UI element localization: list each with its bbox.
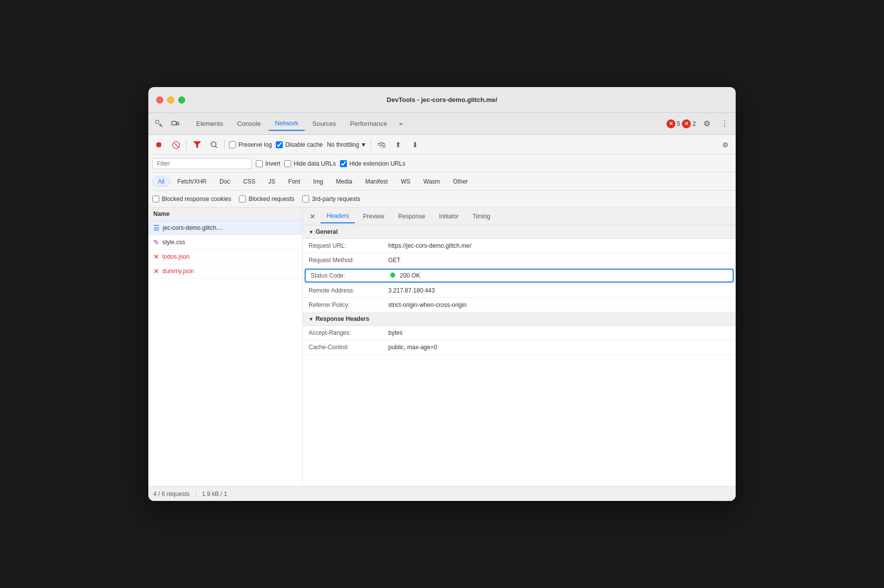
more-options-button[interactable]: ⋮ xyxy=(718,117,732,131)
svg-rect-1 xyxy=(172,121,176,125)
file-item-2[interactable]: ✎ style.css xyxy=(148,235,302,250)
type-filter-all[interactable]: All xyxy=(152,177,170,187)
type-filter-fetch-xhr[interactable]: Fetch/XHR xyxy=(172,177,212,187)
detail-tab-response[interactable]: Response xyxy=(392,210,431,223)
third-party-label[interactable]: 3rd-party requests xyxy=(302,196,360,202)
accept-ranges-value: bytes xyxy=(388,329,403,336)
blocked-requests-label[interactable]: Blocked requests xyxy=(239,196,294,202)
error-icon-3: ✕ xyxy=(153,253,159,261)
wifi-settings-button[interactable] xyxy=(375,138,388,151)
type-filter-img[interactable]: Img xyxy=(308,177,329,187)
file-item-1[interactable]: ☰ jec-cors-demo.glitch.... xyxy=(148,221,302,235)
detail-tabs: ✕ Headers Preview Response Initiator Tim… xyxy=(303,207,736,225)
error-count-1: 5 xyxy=(677,120,680,127)
status-dot xyxy=(390,273,395,278)
type-filter-media[interactable]: Media xyxy=(331,177,358,187)
hide-extension-urls-checkbox[interactable] xyxy=(340,160,347,167)
svg-point-3 xyxy=(211,142,216,147)
filter-input[interactable] xyxy=(152,158,252,169)
title-bar: DevTools - jec-cors-demo.glitch.me/ xyxy=(148,87,736,113)
status-bar: 4 / 6 requests 1.9 kB / 1 xyxy=(148,486,736,501)
file-list: Name ☰ jec-cors-demo.glitch.... ✎ style.… xyxy=(148,207,303,486)
network-settings-button[interactable]: ⚙ xyxy=(719,138,732,151)
detail-panel: ✕ Headers Preview Response Initiator Tim… xyxy=(303,207,736,486)
tab-console[interactable]: Console xyxy=(231,117,267,130)
maximize-button[interactable] xyxy=(178,97,185,103)
detail-tab-headers[interactable]: Headers xyxy=(321,209,355,223)
tab-performance[interactable]: Performance xyxy=(344,117,393,130)
filter-row: Invert Hide data URLs Hide extension URL… xyxy=(148,155,736,173)
invert-checkbox[interactable] xyxy=(256,160,263,167)
cache-control-value: public, max-age=0 xyxy=(388,344,437,351)
type-filter-doc[interactable]: Doc xyxy=(214,177,235,187)
request-method-label: Request Method: xyxy=(309,257,388,264)
tab-network[interactable]: Network xyxy=(269,116,305,131)
download-har-button[interactable]: ⬇ xyxy=(409,138,422,151)
preserve-log-checkbox[interactable] xyxy=(229,141,236,148)
response-headers-section-header: ▼ Response Headers xyxy=(303,312,736,326)
type-filter-js[interactable]: JS xyxy=(263,177,281,187)
error-icon-1: ✕ xyxy=(666,119,675,128)
blocked-cookies-label[interactable]: Blocked response cookies xyxy=(152,196,231,202)
select-element-icon[interactable] xyxy=(152,117,166,131)
record-button[interactable]: ⏺ xyxy=(152,138,165,151)
type-filter-manifest[interactable]: Manifest xyxy=(360,177,393,187)
type-filter-ws[interactable]: WS xyxy=(395,177,416,187)
upload-har-button[interactable]: ⬆ xyxy=(392,138,405,151)
tab-sources[interactable]: Sources xyxy=(307,117,342,130)
type-filter-row: All Fetch/XHR Doc CSS JS Font Img Media … xyxy=(148,173,736,191)
close-detail-button[interactable]: ✕ xyxy=(307,210,319,222)
disable-cache-checkbox[interactable] xyxy=(276,141,283,148)
svg-rect-2 xyxy=(177,122,179,125)
type-filter-css[interactable]: CSS xyxy=(237,177,261,187)
type-filter-wasm[interactable]: Wasm xyxy=(418,177,446,187)
blocked-cookies-checkbox[interactable] xyxy=(152,196,159,202)
file-item-3[interactable]: ✕ todos.json xyxy=(148,250,302,264)
more-tabs-button[interactable]: » xyxy=(395,118,407,129)
request-method-value: GET xyxy=(388,257,401,264)
disable-cache-label[interactable]: Disable cache xyxy=(276,141,323,148)
search-button[interactable] xyxy=(208,138,221,151)
preserve-log-label[interactable]: Preserve log xyxy=(229,141,272,148)
blocked-requests-checkbox[interactable] xyxy=(239,196,246,202)
type-filter-font[interactable]: Font xyxy=(283,177,306,187)
doc-icon: ☰ xyxy=(153,224,160,232)
triangle-icon-2: ▼ xyxy=(309,316,314,322)
throttle-select[interactable]: No throttling ▼ xyxy=(327,141,367,148)
main-tabs-bar: Elements Console Network Sources Perform… xyxy=(148,113,736,135)
minimize-button[interactable] xyxy=(167,97,174,103)
close-button[interactable] xyxy=(156,97,163,103)
devtools-window: DevTools - jec-cors-demo.glitch.me/ Elem… xyxy=(148,87,736,501)
hide-extension-urls-label[interactable]: Hide extension URLs xyxy=(340,160,406,167)
error-badge-2[interactable]: ✕ 2 xyxy=(682,119,696,128)
device-toolbar-icon[interactable] xyxy=(168,117,182,131)
css-icon: ✎ xyxy=(153,238,159,246)
settings-button[interactable]: ⚙ xyxy=(700,117,714,131)
error-badge-1[interactable]: ✕ 5 xyxy=(666,119,680,128)
file-name-1: jec-cors-demo.glitch.... xyxy=(163,224,223,231)
detail-tab-initiator[interactable]: Initiator xyxy=(433,210,464,223)
checkboxes-row: Blocked response cookies Blocked request… xyxy=(148,191,736,207)
clear-button[interactable]: 🚫 xyxy=(169,138,182,151)
traffic-lights xyxy=(156,97,185,103)
status-code-value: 200 OK xyxy=(390,272,420,279)
toolbar-divider-2 xyxy=(224,140,225,150)
network-panel: Name ☰ jec-cors-demo.glitch.... ✎ style.… xyxy=(148,207,736,486)
remote-address-row: Remote Address: 3.217.87.180:443 xyxy=(303,284,736,298)
status-divider xyxy=(196,490,196,497)
file-item-4[interactable]: ✕ dummy.json xyxy=(148,264,302,279)
hide-data-urls-label[interactable]: Hide data URLs xyxy=(284,160,336,167)
accept-ranges-label: Accept-Ranges: xyxy=(309,329,388,336)
toolbar-divider-1 xyxy=(186,140,187,150)
invert-label[interactable]: Invert xyxy=(256,160,280,167)
detail-tab-preview[interactable]: Preview xyxy=(357,210,390,223)
error-icon-2: ✕ xyxy=(682,119,691,128)
toolbar-divider-3 xyxy=(370,140,371,150)
hide-data-urls-checkbox[interactable] xyxy=(284,160,291,167)
third-party-checkbox[interactable] xyxy=(302,196,309,202)
tab-elements[interactable]: Elements xyxy=(190,117,229,130)
type-filter-other[interactable]: Other xyxy=(447,177,473,187)
filter-button[interactable] xyxy=(191,138,204,151)
request-url-value: https://jec-cors-demo.glitch.me/ xyxy=(388,242,471,249)
detail-tab-timing[interactable]: Timing xyxy=(466,210,496,223)
